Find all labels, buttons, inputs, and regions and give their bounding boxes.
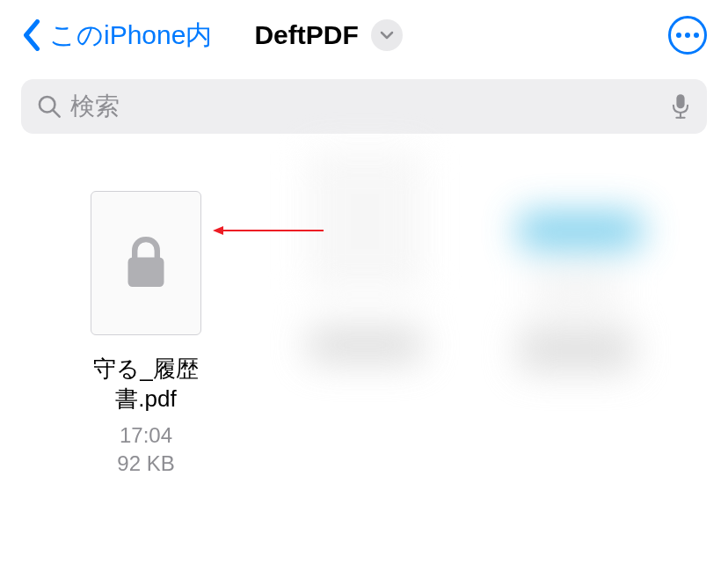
search-input[interactable] — [70, 92, 670, 121]
file-thumbnail — [91, 191, 201, 335]
svg-rect-5 — [128, 258, 164, 287]
svg-line-1 — [54, 111, 60, 117]
ellipsis-icon — [676, 33, 699, 38]
file-time: 17:04 — [120, 423, 172, 448]
file-item[interactable]: 守る_履歴書.pdf 17:04 92 KB — [67, 191, 225, 476]
file-size: 92 KB — [117, 451, 174, 476]
title-dropdown-button[interactable] — [371, 19, 403, 51]
file-name: 守る_履歴書.pdf — [71, 355, 221, 414]
search-bar[interactable] — [21, 79, 707, 134]
svg-marker-7 — [213, 226, 223, 235]
back-label: このiPhone内 — [49, 18, 212, 54]
navigation-header: このiPhone内 DeftPDF — [0, 0, 728, 70]
title-container: DeftPDF — [254, 19, 402, 51]
page-title: DeftPDF — [254, 20, 358, 50]
back-button[interactable]: このiPhone内 — [21, 18, 212, 54]
svg-rect-2 — [676, 94, 684, 108]
more-options-button[interactable] — [668, 16, 707, 55]
blurred-content — [273, 151, 668, 503]
chevron-left-icon — [21, 19, 42, 51]
search-icon — [37, 94, 62, 119]
file-grid: 守る_履歴書.pdf 17:04 92 KB — [0, 143, 728, 476]
chevron-down-icon — [380, 31, 394, 40]
lock-icon — [122, 235, 170, 291]
microphone-icon[interactable] — [670, 93, 691, 120]
arrow-annotation — [211, 222, 325, 239]
